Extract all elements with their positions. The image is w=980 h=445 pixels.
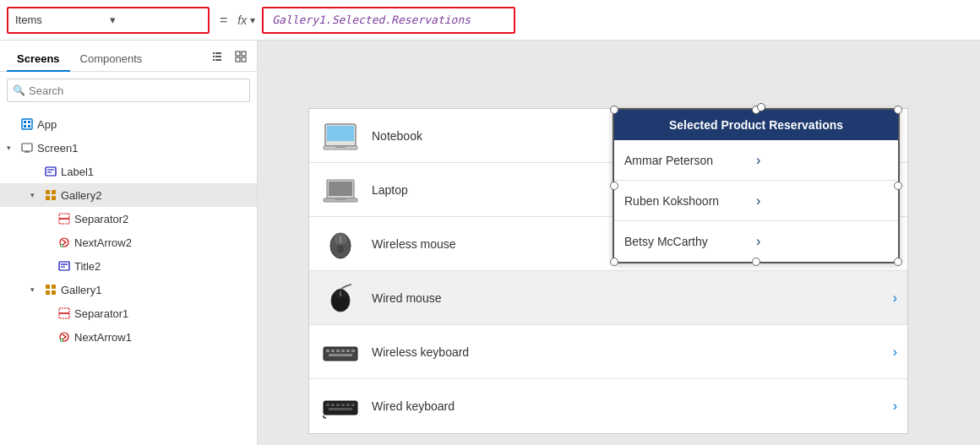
- wireless-keyboard-name: Wireless keyboard: [372, 345, 883, 359]
- reservation-name-2: Ruben Kokshoorn: [624, 194, 756, 208]
- wired-mouse-arrow-icon[interactable]: ›: [893, 290, 897, 306]
- property-name: Items: [15, 14, 106, 26]
- tree-item-separator1[interactable]: Separator1: [0, 301, 257, 325]
- search-input[interactable]: [29, 84, 244, 97]
- svg-rect-1: [215, 52, 221, 54]
- reservation-arrow-2-icon[interactable]: ›: [756, 193, 888, 209]
- rotate-handle[interactable]: [757, 103, 765, 111]
- tree-item-gallery2[interactable]: ▾ Gallery2: [0, 183, 257, 207]
- property-selector[interactable]: Items ▾: [7, 7, 210, 34]
- svg-rect-31: [59, 262, 69, 270]
- handle-tr[interactable]: [894, 106, 902, 114]
- svg-rect-7: [242, 52, 246, 56]
- grid-view-icon[interactable]: [231, 47, 250, 66]
- tree-item-separator2[interactable]: Separator2: [0, 207, 257, 231]
- svg-rect-10: [22, 119, 32, 129]
- gallery-row-wireless-keyboard[interactable]: Wireless keyboard ›: [309, 325, 907, 379]
- svg-rect-23: [46, 196, 50, 200]
- svg-rect-68: [326, 404, 329, 406]
- svg-rect-49: [329, 182, 352, 196]
- tree-item-nextarrow1[interactable]: NextArrow1: [0, 325, 257, 349]
- tree-item-gallery1[interactable]: ▾ Gallery1: [0, 278, 257, 301]
- svg-rect-37: [52, 290, 56, 295]
- laptop-icon: [319, 173, 362, 207]
- handle-mr[interactable]: [894, 182, 902, 190]
- fx-chevron-icon[interactable]: ▾: [250, 14, 255, 26]
- svg-rect-21: [46, 190, 50, 194]
- tab-icons: [208, 47, 250, 71]
- handle-tl[interactable]: [610, 106, 618, 114]
- svg-rect-60: [326, 350, 329, 352]
- search-icon: 🔍: [13, 84, 25, 96]
- reservation-arrow-1-icon[interactable]: ›: [756, 153, 888, 168]
- left-panel: Screens Components: [0, 41, 258, 445]
- formula-text: Gallery1.Selected.Reservations: [272, 14, 471, 26]
- tree-item-nextarrow2[interactable]: NextArrow2: [0, 231, 257, 254]
- tree-label-nextarrow1: NextArrow1: [74, 331, 132, 344]
- svg-rect-72: [346, 404, 350, 406]
- gallery-row-wired-keyboard[interactable]: Wired keyboard ›: [309, 379, 907, 433]
- property-chevron-icon[interactable]: ▾: [110, 14, 201, 26]
- svg-point-55: [337, 245, 344, 253]
- tree-label-nextarrow2: NextArrow2: [74, 236, 132, 249]
- svg-rect-18: [46, 167, 56, 176]
- fx-icon: fx: [237, 14, 247, 27]
- expand-icon: ▾: [30, 191, 41, 199]
- svg-rect-15: [22, 144, 32, 151]
- wired-mouse-name: Wired mouse: [372, 291, 883, 305]
- wireless-keyboard-arrow-icon[interactable]: ›: [893, 345, 897, 360]
- handle-bl[interactable]: [610, 258, 618, 266]
- tree-label-gallery1: Gallery1: [61, 284, 101, 296]
- canvas-area: Notebook › Laptop ›: [258, 41, 980, 445]
- reservation-row-1[interactable]: Ammar Peterson ›: [614, 140, 898, 181]
- title-icon: [57, 259, 71, 273]
- svg-rect-51: [335, 198, 346, 200]
- tree-label-label1: Label1: [61, 166, 94, 178]
- tree-label-separator2: Separator2: [74, 213, 128, 225]
- tree-label-title2: Title2: [74, 260, 101, 273]
- equals-sign: =: [216, 13, 231, 28]
- formula-box[interactable]: Gallery1.Selected.Reservations: [262, 7, 515, 34]
- gallery-icon: [44, 188, 57, 202]
- wired-keyboard-arrow-icon[interactable]: ›: [893, 399, 897, 414]
- reservation-row-3[interactable]: Betsy McCarthy ›: [614, 221, 898, 262]
- reservations-header: Selected Product Reservations: [614, 110, 898, 140]
- svg-rect-74: [329, 408, 352, 410]
- expand-icon: ▾: [30, 285, 41, 294]
- tree-item-screen1[interactable]: ▾ Screen1: [0, 136, 257, 160]
- tree-item-label1[interactable]: Label1: [0, 160, 257, 183]
- svg-rect-13: [24, 125, 26, 128]
- reservation-arrow-3-icon[interactable]: ›: [756, 234, 888, 249]
- svg-rect-36: [46, 290, 50, 295]
- nextarrow-icon: [57, 236, 71, 249]
- wired-keyboard-name: Wired keyboard: [372, 399, 883, 413]
- svg-rect-70: [336, 404, 340, 406]
- tree-item-app[interactable]: App: [0, 112, 257, 136]
- list-view-icon[interactable]: [208, 47, 226, 66]
- search-box[interactable]: 🔍: [7, 79, 250, 102]
- svg-rect-34: [46, 285, 50, 289]
- tab-components[interactable]: Components: [70, 47, 153, 72]
- handle-ml[interactable]: [610, 182, 618, 190]
- svg-rect-64: [346, 350, 350, 352]
- handle-bm[interactable]: [752, 258, 760, 266]
- handle-br[interactable]: [894, 258, 902, 266]
- svg-rect-71: [341, 404, 345, 406]
- tree-label-screen1: Screen1: [37, 142, 78, 155]
- top-bar: Items ▾ = fx ▾ Gallery1.Selected.Reserva…: [0, 0, 980, 41]
- reservation-name-3: Betsy McCarthy: [624, 235, 756, 248]
- svg-rect-2: [213, 56, 215, 57]
- svg-rect-14: [28, 125, 30, 128]
- svg-rect-9: [242, 57, 246, 62]
- expand-icon: ▾: [7, 144, 17, 152]
- wireless-keyboard-icon: [319, 335, 362, 369]
- separator-icon: [57, 212, 71, 225]
- reservation-row-2[interactable]: Ruben Kokshoorn ›: [614, 181, 898, 221]
- tree-item-title2[interactable]: Title2: [0, 254, 257, 278]
- svg-rect-73: [351, 404, 355, 406]
- svg-rect-4: [213, 59, 215, 61]
- tree-label-separator1: Separator1: [74, 307, 128, 320]
- tab-screens[interactable]: Screens: [7, 47, 70, 72]
- tree-label-gallery2: Gallery2: [61, 189, 101, 202]
- gallery-row-wired-mouse[interactable]: Wired mouse ›: [309, 271, 907, 325]
